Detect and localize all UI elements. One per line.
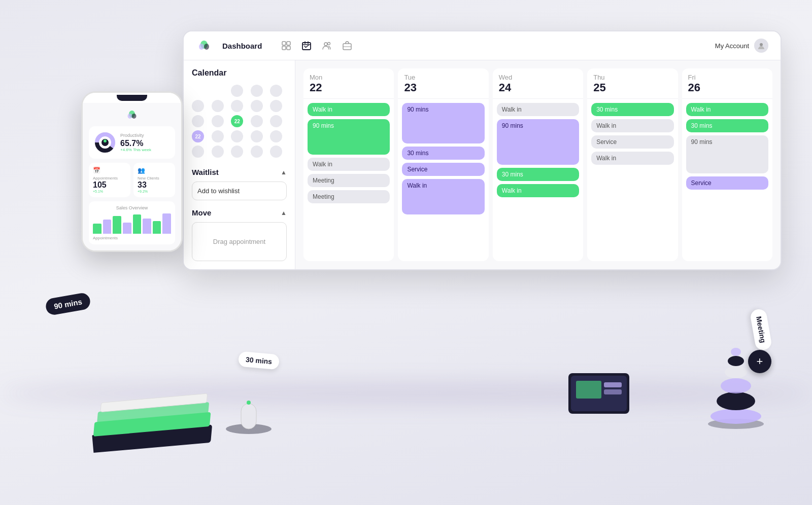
event-meeting[interactable]: Meeting — [308, 174, 390, 187]
cal-dot[interactable] — [212, 146, 224, 158]
event-walk-in[interactable]: Walk in — [686, 103, 768, 116]
svg-rect-6 — [287, 46, 290, 50]
day-header-tue: Tue 23 — [398, 68, 488, 99]
cal-dot[interactable] — [212, 100, 224, 112]
cal-dot-active-green[interactable]: 22 — [231, 115, 243, 127]
event-walk-in[interactable]: Walk in — [308, 103, 390, 116]
event-30mins[interactable]: 30 mins — [591, 103, 673, 116]
bar-item — [133, 214, 142, 234]
users-nav-icon[interactable] — [321, 40, 333, 52]
cal-dot[interactable] — [192, 146, 204, 158]
nav-bar: Dashboard — [184, 31, 781, 60]
cal-dot[interactable] — [231, 130, 243, 142]
cal-dot[interactable] — [270, 100, 282, 112]
productivity-label: Productivity — [120, 133, 170, 138]
sales-card: Sales Overview Appointments — [89, 201, 175, 244]
svg-rect-5 — [282, 46, 286, 50]
productivity-info: Productivity 65.7% +4.6% This week — [120, 133, 170, 153]
day-number-thu: 25 — [593, 81, 671, 94]
sales-title: Sales Overview — [93, 205, 171, 210]
day-number-mon: 22 — [310, 81, 388, 94]
calendar-main: Mon 22 Walk in 90 mins Walk in Meeting M… — [295, 60, 781, 269]
cal-dot-active-purple[interactable]: 22 — [192, 130, 204, 142]
cal-dot[interactable] — [231, 146, 243, 158]
cal-dot[interactable] — [270, 146, 282, 158]
clients-icon: 👥 — [138, 167, 171, 174]
day-events-wed: Walk in 90 mins 30 mins Walk in — [493, 99, 583, 261]
app-title: Dashboard — [222, 42, 262, 50]
event-30mins[interactable]: 30 mins — [686, 119, 768, 132]
day-column-wed: Wed 24 Walk in 90 mins 30 mins Walk in — [493, 68, 583, 261]
event-walk-in[interactable]: Walk in — [497, 184, 579, 197]
appointments-stat: 📅 Appointments 105 +5.1% — [89, 163, 130, 197]
drag-area[interactable]: Drag appointment — [192, 222, 287, 261]
bar-item — [162, 213, 171, 234]
cal-dot[interactable] — [251, 100, 263, 112]
fab-button[interactable]: + — [748, 350, 771, 373]
move-header[interactable]: Move ▲ — [192, 208, 287, 217]
cal-dot[interactable] — [212, 130, 224, 142]
move-section: Move ▲ Drag appointment — [192, 208, 287, 261]
event-service[interactable]: Service — [591, 135, 673, 149]
cal-dot[interactable] — [192, 100, 204, 112]
cal-dot[interactable] — [270, 115, 282, 127]
event-30mins[interactable]: 30 mins — [402, 147, 484, 160]
sidebar: Calendar 22 22 — [184, 60, 295, 269]
svg-point-15 — [760, 43, 763, 46]
mobile-device: Productivity 65.7% +4.6% This week 📅 App… — [81, 91, 183, 252]
bar-item — [153, 221, 161, 234]
svg-point-24 — [104, 139, 107, 142]
cal-dot[interactable] — [192, 115, 204, 127]
waitlist-chevron: ▲ — [281, 169, 287, 176]
account-avatar[interactable] — [754, 39, 768, 53]
svg-rect-30 — [241, 404, 256, 429]
event-walk-in[interactable]: Walk in — [497, 103, 579, 116]
event-90mins[interactable]: 90 mins — [497, 119, 579, 165]
event-walk-in[interactable]: Walk in — [402, 179, 484, 214]
event-walk-in[interactable]: Walk in — [308, 158, 390, 171]
clients-value: 33 — [138, 181, 171, 190]
day-header-wed: Wed 24 — [493, 68, 583, 99]
event-90mins[interactable]: 90 mins — [308, 119, 390, 155]
bar-item — [113, 216, 121, 234]
calendar-nav-icon[interactable] — [300, 40, 313, 52]
svg-point-40 — [721, 378, 751, 393]
pill-90mins: 90 mins — [45, 292, 91, 316]
day-number-wed: 24 — [499, 81, 577, 94]
cal-dot[interactable] — [251, 130, 263, 142]
cal-dot[interactable] — [231, 85, 243, 97]
cal-dot[interactable] — [212, 115, 224, 127]
event-meeting[interactable]: Meeting — [308, 190, 390, 203]
cal-dot[interactable] — [192, 85, 204, 97]
cal-dot[interactable] — [251, 146, 263, 158]
productivity-donut — [94, 131, 116, 154]
cal-dot[interactable] — [231, 100, 243, 112]
day-name-mon: Mon — [310, 74, 388, 81]
briefcase-nav-icon[interactable] — [341, 40, 353, 52]
event-walk-in[interactable]: Walk in — [591, 152, 673, 165]
productivity-value: 65.7% — [120, 139, 170, 148]
cal-dot[interactable] — [212, 85, 224, 97]
cal-dot[interactable] — [251, 85, 263, 97]
svg-point-12 — [328, 43, 330, 45]
cal-dot[interactable] — [270, 130, 282, 142]
appointments-change: +5.1% — [93, 190, 126, 193]
mobile-content: Productivity 65.7% +4.6% This week 📅 App… — [83, 103, 181, 250]
grid-nav-icon[interactable] — [280, 40, 292, 52]
day-name-wed: Wed — [499, 74, 577, 81]
event-service[interactable]: Service — [686, 176, 768, 190]
day-column-mon: Mon 22 Walk in 90 mins Walk in Meeting M… — [303, 68, 394, 261]
waitlist-header[interactable]: Waitlist ▲ — [192, 168, 287, 176]
my-account-label[interactable]: My Account — [715, 42, 749, 50]
svg-point-2 — [204, 44, 209, 50]
event-service[interactable]: Service — [402, 163, 484, 176]
cal-dot[interactable] — [270, 85, 282, 97]
event-30mins[interactable]: 30 mins — [497, 168, 579, 181]
cal-dot[interactable] — [251, 115, 263, 127]
event-90mins[interactable]: 90 mins — [686, 135, 768, 173]
event-90mins[interactable]: 90 mins — [402, 103, 484, 143]
svg-point-17 — [128, 114, 132, 119]
add-wishlist-button[interactable]: Add to wishlist — [192, 182, 287, 200]
event-walk-in[interactable]: Walk in — [591, 119, 673, 132]
appointments-icon: 📅 — [93, 167, 126, 174]
